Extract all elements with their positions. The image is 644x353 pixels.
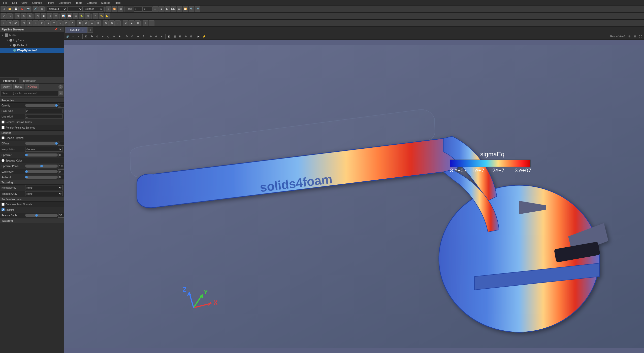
plus-button[interactable]: + xyxy=(143,20,148,26)
3d-view-btn[interactable]: 3D xyxy=(76,34,81,39)
center-pick-btn[interactable]: ⌖ xyxy=(159,34,164,39)
menu-filters[interactable]: Filters xyxy=(45,1,56,5)
add-layout-button[interactable]: + xyxy=(87,27,93,33)
delete-button[interactable]: ✕ Delete xyxy=(25,84,39,89)
apply-button[interactable]: Apply xyxy=(1,84,12,89)
layout-tab-1-close-icon[interactable]: ✕ xyxy=(82,29,84,31)
menu-sources[interactable]: Sources xyxy=(30,1,44,5)
menu-help[interactable]: Help xyxy=(113,1,123,5)
pipeline-close-icon[interactable]: ✕ xyxy=(58,27,62,31)
tangentarray-select[interactable]: None xyxy=(25,191,62,196)
save-button[interactable]: 💾 xyxy=(13,6,19,12)
3d-button[interactable]: 3D xyxy=(13,20,19,26)
specularpower-input[interactable] xyxy=(58,164,64,168)
zoom-data-button[interactable]: ⊕ xyxy=(21,13,26,19)
time-first-button[interactable]: ⏮ xyxy=(152,6,158,12)
disconnect-button[interactable]: ⊘ xyxy=(39,6,45,12)
reset-center-button[interactable]: ⊗ xyxy=(109,20,115,26)
pipeline-pin-icon[interactable]: 📌 xyxy=(54,27,58,31)
measure-button[interactable]: 📏 xyxy=(99,13,104,19)
time-loop-button[interactable]: 🔁 xyxy=(183,6,188,12)
viewport[interactable]: solids4foam sigmaEq xyxy=(64,40,644,353)
show-axes-btn[interactable]: ⊛ xyxy=(183,34,188,39)
menu-edit[interactable]: Edit xyxy=(10,1,19,5)
open-button[interactable]: 📂 xyxy=(7,6,13,12)
featureangle-input[interactable] xyxy=(58,213,64,218)
select-points-button[interactable]: ·□ xyxy=(53,13,58,19)
select-through-button[interactable]: ◼ xyxy=(41,13,46,19)
mirror-h-btn[interactable]: ⇔ xyxy=(135,34,140,39)
normalarray-select[interactable]: None xyxy=(25,185,62,190)
time-play-button[interactable]: ▶ xyxy=(165,6,170,12)
annotation-button[interactable]: ✏ xyxy=(93,13,98,19)
cam-orient-button[interactable]: ⊹ xyxy=(33,20,39,26)
variable-extra-select[interactable] xyxy=(68,7,83,12)
pick-center-button[interactable]: ⌖ xyxy=(115,20,121,26)
cam-y-button[interactable]: Y xyxy=(51,20,57,26)
render-all-button[interactable]: ▶ xyxy=(129,20,135,26)
new-button[interactable]: 🗋 xyxy=(1,6,7,12)
opacity-slider[interactable] xyxy=(25,104,58,107)
minus-button[interactable]: − xyxy=(149,20,154,26)
spread-button[interactable]: ⊞ xyxy=(85,13,90,19)
maximize-btn[interactable]: ⛶ xyxy=(638,34,643,39)
reset-camera-button[interactable]: ⊡ xyxy=(15,13,20,19)
flip-v-button[interactable]: ⇕ xyxy=(95,20,101,26)
orient-y-btn[interactable]: ⊹ xyxy=(95,34,100,39)
specularpower-slider[interactable] xyxy=(25,165,58,168)
interpolation-select[interactable]: Flat Gouraud Phong xyxy=(25,147,62,152)
orient-nx-btn[interactable]: ✤ xyxy=(89,34,94,39)
menu-file[interactable]: File xyxy=(1,1,10,5)
center-reset-btn[interactable]: ⊗ xyxy=(154,34,159,39)
settings-button[interactable]: ⚙ xyxy=(135,20,141,26)
snap-button[interactable]: ⊗ xyxy=(27,13,33,19)
colormap-rescale-button[interactable]: ≈ xyxy=(106,6,111,12)
warp-vis-icon[interactable] xyxy=(13,49,16,52)
search-clear-button[interactable]: ✕ xyxy=(59,91,63,95)
layout-tab-1[interactable]: Layout #1 ✕ xyxy=(65,27,87,33)
menu-catalyst[interactable]: Catalyst xyxy=(85,1,99,5)
orient-x-btn[interactable]: ⊡ xyxy=(84,34,89,39)
select-poly-button[interactable]: ⬠ xyxy=(47,13,52,19)
camera-link-button[interactable]: 🔗 xyxy=(65,34,70,39)
luminosity-input[interactable] xyxy=(58,169,64,174)
ruler-button[interactable]: 📐 xyxy=(105,13,110,19)
python-button[interactable]: 🐍 xyxy=(79,13,84,19)
interact-button[interactable]: ↕ xyxy=(1,20,7,26)
show-pts-btn[interactable]: ⊞ xyxy=(178,34,183,39)
search-input[interactable] xyxy=(1,91,58,96)
select-surface-button[interactable]: ◻ xyxy=(35,13,40,19)
split-v-btn[interactable]: ⊞ xyxy=(632,34,637,39)
split-h-btn[interactable]: ⊟ xyxy=(627,34,632,39)
featureangle-slider[interactable] xyxy=(25,214,58,217)
cam-nz-button[interactable]: -Z xyxy=(69,20,75,26)
zoom-in-button[interactable]: 🔍 xyxy=(189,6,194,12)
rotate-ccw-button[interactable]: ↺ xyxy=(83,20,89,26)
zoom-out-button[interactable]: 🔎 xyxy=(195,6,200,12)
colormap-edit-button[interactable]: 🎨 xyxy=(112,6,117,12)
redo-button[interactable]: ↪ xyxy=(7,13,13,19)
renderlines-checkbox[interactable] xyxy=(2,121,5,124)
representation-select[interactable]: Surface Wireframe Points xyxy=(83,7,103,12)
time-prev-button[interactable]: ◀ xyxy=(158,6,164,12)
save-screenshot-button[interactable]: 📷 xyxy=(25,6,31,12)
time-next-button[interactable]: ▶▶ xyxy=(171,6,176,12)
cam-x-button[interactable]: X xyxy=(39,20,45,26)
renderpoints-checkbox[interactable] xyxy=(2,126,5,129)
select-block-button[interactable]: □ xyxy=(7,20,13,26)
bar-chart-button[interactable]: 📈 xyxy=(67,13,72,19)
show-edges-btn[interactable]: ▦ xyxy=(172,34,177,39)
linewidth-input[interactable] xyxy=(25,114,62,119)
pipeline-item-logfoam[interactable]: ▼ log foam xyxy=(0,38,64,43)
menu-macros[interactable]: Macros xyxy=(99,1,112,5)
chart-button[interactable]: 📊 xyxy=(61,13,66,19)
splitting-checkbox[interactable] xyxy=(2,208,5,211)
logfoam-vis-icon[interactable] xyxy=(9,39,12,42)
disablelighting-checkbox[interactable] xyxy=(2,136,5,139)
menu-tools[interactable]: Tools xyxy=(74,1,84,5)
ambient-input[interactable] xyxy=(58,175,64,179)
cam-fit-button[interactable]: ✤ xyxy=(27,20,33,26)
help-button[interactable]: ? xyxy=(58,85,63,89)
mirror-v-btn[interactable]: ⇕ xyxy=(141,34,146,39)
time-last-button[interactable]: ⏭ xyxy=(177,6,182,12)
